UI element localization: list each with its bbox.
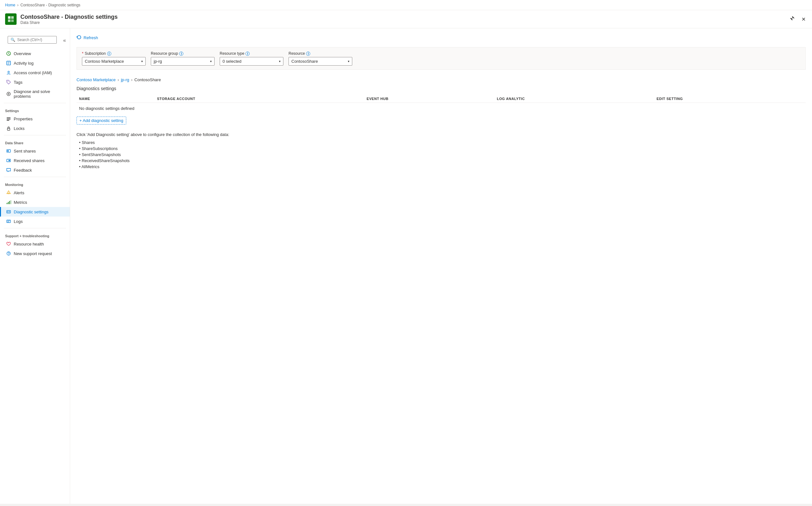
sent-icon (6, 148, 11, 154)
divider-settings (4, 103, 66, 103)
feedback-icon (6, 168, 11, 173)
sidebar-item-label: Metrics (14, 200, 27, 205)
properties-icon (6, 116, 11, 121)
svg-rect-11 (7, 120, 9, 121)
svg-rect-14 (7, 150, 9, 152)
sidebar-item-label: Activity log (14, 61, 33, 66)
breadcrumb-page: ContosoShare - Diagnostic settings (20, 3, 80, 7)
divider-datashare (4, 135, 66, 135)
svg-rect-17 (7, 203, 7, 204)
section-support: Support + troubleshooting (0, 230, 70, 239)
breadcrumb-rg[interactable]: jp-rg (121, 77, 129, 82)
diagnostics-title: Diagnostics settings (76, 86, 806, 91)
resource-select[interactable]: ContosoShare ▾ (288, 57, 352, 66)
sidebar-item-label: Locks (14, 126, 24, 131)
svg-rect-10 (7, 119, 10, 119)
resource-type-group: Resource type i 0 selected ▾ (220, 51, 283, 66)
refresh-button[interactable]: Refresh (76, 33, 98, 42)
search-icon: 🔍 (10, 37, 15, 42)
svg-point-22 (7, 212, 8, 213)
resource-type-label: Resource type i (220, 51, 283, 56)
sidebar-item-feedback[interactable]: Feedback (0, 165, 70, 175)
svg-rect-12 (7, 128, 10, 130)
diagnose-icon (6, 91, 11, 96)
resource-type-info-icon[interactable]: i (246, 52, 250, 56)
sidebar-item-label: Resource health (14, 242, 44, 246)
header-titles: ContosoShare - Diagnostic settings Data … (20, 14, 784, 25)
list-item: AllMetrics (79, 164, 806, 170)
subscription-label: * Subscription i (82, 51, 146, 56)
svg-rect-25 (7, 221, 10, 221)
chevron-down-icon: ▾ (141, 60, 143, 63)
breadcrumb-home[interactable]: Home (5, 3, 15, 7)
svg-rect-24 (7, 220, 10, 223)
resource-group-select[interactable]: jp-rg ▾ (151, 57, 214, 66)
header-actions: ✕ (788, 14, 807, 24)
sidebar-item-label: Feedback (14, 168, 32, 173)
page-subtitle: Data Share (20, 20, 784, 25)
collapse-button[interactable]: « (63, 37, 66, 43)
sidebar-item-label: Logs (14, 219, 23, 224)
diagnostics-section: Diagnostics settings NAME STORAGE ACCOUN… (76, 86, 806, 170)
list-item: Shares (79, 140, 806, 146)
search-input[interactable] (17, 37, 54, 42)
sidebar-item-access-control[interactable]: Access control (IAM) (0, 68, 70, 77)
resource-group-info-icon[interactable]: i (179, 52, 183, 56)
content-inner: Refresh * Subscription i Contoso Marketp… (70, 28, 812, 504)
section-monitoring: Monitoring (0, 179, 70, 188)
filter-row: * Subscription i Contoso Marketplace ▾ R… (76, 47, 806, 70)
sidebar-item-resource-health[interactable]: Resource health (0, 239, 70, 249)
locks-icon (6, 126, 11, 131)
sidebar-item-metrics[interactable]: Metrics (0, 197, 70, 207)
resource-info-icon[interactable]: i (306, 52, 310, 56)
main-layout: 🔍 « Overview Activity log Access control… (0, 28, 812, 504)
sidebar-item-label: Alerts (14, 190, 24, 195)
chevron-down-icon: ▾ (348, 60, 349, 63)
sidebar-item-label: Access control (IAM) (14, 70, 52, 75)
sidebar-item-alerts[interactable]: Alerts (0, 188, 70, 197)
sidebar-item-logs[interactable]: Logs (0, 217, 70, 226)
sidebar-item-tags[interactable]: Tags (0, 77, 70, 87)
resource-group-label: Resource group i (151, 51, 214, 56)
add-diagnostic-link[interactable]: + Add diagnostic setting (76, 116, 126, 124)
sidebar-item-sent-shares[interactable]: Sent shares (0, 146, 70, 156)
close-icon: ✕ (802, 16, 806, 22)
refresh-icon (76, 35, 82, 41)
help-text: Click 'Add Diagnostic setting' above to … (76, 132, 806, 137)
breadcrumb-subscription[interactable]: Contoso Marketplace (76, 77, 116, 82)
sidebar-item-activity-log[interactable]: Activity log (0, 58, 70, 68)
subscription-info-icon[interactable]: i (107, 52, 111, 56)
svg-rect-3 (11, 19, 14, 22)
sidebar-item-label: Received shares (14, 158, 45, 163)
col-editsetting: EDIT SETTING (654, 95, 806, 103)
divider-monitoring (4, 177, 66, 177)
sidebar-item-label: Properties (14, 116, 32, 121)
sidebar-item-overview[interactable]: Overview (0, 49, 70, 58)
divider-support (4, 228, 66, 228)
received-icon (6, 158, 11, 163)
sidebar-item-label: New support request (14, 251, 52, 256)
list-item: SentShareSnapshots (79, 152, 806, 158)
sidebar-item-diagnose[interactable]: Diagnose and solve problems (0, 87, 70, 101)
subscription-group: * Subscription i Contoso Marketplace ▾ (82, 51, 146, 66)
overview-icon (6, 51, 11, 56)
resource-type-select[interactable]: 0 selected ▾ (220, 57, 283, 66)
refresh-label: Refresh (83, 35, 98, 40)
app-icon (5, 13, 16, 25)
sidebar-item-locks[interactable]: Locks (0, 123, 70, 133)
sidebar-search-box[interactable]: 🔍 (8, 36, 57, 44)
sidebar-item-diagnostic-settings[interactable]: Diagnostic settings (0, 207, 70, 217)
page-header: ContosoShare - Diagnostic settings Data … (0, 10, 812, 28)
svg-point-28 (8, 254, 9, 255)
browser-top-bar: Home › ContosoShare - Diagnostic setting… (0, 0, 812, 10)
chevron-down-icon: ▾ (279, 60, 281, 63)
close-button[interactable]: ✕ (800, 15, 807, 23)
subscription-select[interactable]: Contoso Marketplace ▾ (82, 57, 146, 66)
bullet-list: SharesShareSubscriptionsSentShareSnapsho… (76, 140, 806, 170)
pin-button[interactable] (788, 14, 796, 24)
sidebar-item-received-shares[interactable]: Received shares (0, 156, 70, 165)
sidebar-item-new-support[interactable]: New support request (0, 249, 70, 258)
diagnostic-icon (6, 209, 11, 214)
svg-rect-16 (9, 160, 10, 161)
sidebar-item-properties[interactable]: Properties (0, 114, 70, 123)
